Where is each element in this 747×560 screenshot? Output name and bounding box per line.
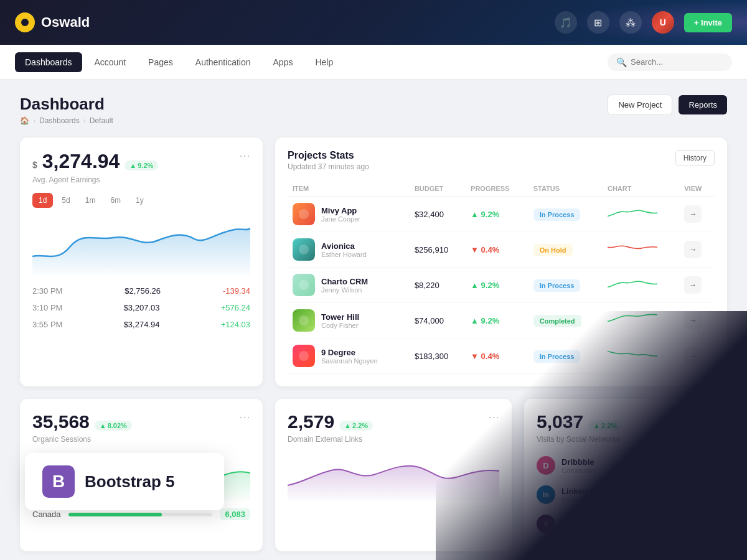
amount-1: $2,756.26 bbox=[125, 286, 161, 296]
share-icon[interactable]: ⁂ bbox=[619, 11, 642, 34]
table-row: Charto CRM Jenny Wilson $8,220 ▲ 9.2% In… bbox=[288, 268, 715, 303]
project-chart bbox=[603, 268, 679, 303]
project-view[interactable]: → bbox=[679, 303, 715, 338]
table-row: 9 Degree Savannah Nguyen $183,300 ▼ 0.4%… bbox=[288, 338, 715, 374]
filter-1m[interactable]: 1m bbox=[79, 193, 102, 208]
nav-dashboards[interactable]: Dashboards bbox=[15, 52, 82, 72]
svg-point-5 bbox=[299, 280, 309, 290]
search-icon: 🔍 bbox=[616, 57, 627, 67]
project-view[interactable]: → bbox=[679, 338, 715, 374]
social-rows: D Dribbble Community 579 ▲ 2.6% in Linke… bbox=[537, 451, 715, 539]
history-button[interactable]: History bbox=[675, 150, 715, 166]
nav-pages[interactable]: Pages bbox=[138, 52, 183, 72]
filter-1y[interactable]: 1y bbox=[129, 193, 150, 208]
project-budget: $32,400 bbox=[410, 197, 466, 232]
project-status: In Process bbox=[529, 268, 603, 303]
social-networks-card: 5,037 ▲ 2.2% Visits by Social Networks ⋯… bbox=[524, 399, 727, 551]
social-icon: D bbox=[537, 456, 555, 475]
earnings-card: $ 3,274.94 ▲ 9.2% Avg. Agent Earnings ⋯ … bbox=[20, 138, 263, 386]
domain-badge: ▲ 2.2% bbox=[339, 421, 373, 431]
social-header: 5,037 ▲ 2.2% Visits by Social Networks ⋯ bbox=[537, 411, 715, 444]
location-bar-wrap bbox=[68, 513, 213, 516]
location-value: 6,083 bbox=[220, 508, 250, 520]
nav-help[interactable]: Help bbox=[305, 52, 343, 72]
project-budget: $183,300 bbox=[410, 338, 466, 374]
project-progress: ▲ 9.2% bbox=[466, 268, 529, 303]
bootstrap-title: Bootstrap 5 bbox=[85, 472, 174, 492]
location-bar bbox=[68, 513, 162, 516]
breadcrumb: 🏠 › Dashboards › Default bbox=[20, 116, 113, 125]
amount-3: $3,274.94 bbox=[124, 320, 160, 329]
avatar[interactable]: U bbox=[652, 11, 674, 34]
project-item-cell: 9 Degree Savannah Nguyen bbox=[288, 338, 410, 374]
nav-apps[interactable]: Apps bbox=[263, 52, 303, 72]
project-progress: ▼ 0.4% bbox=[466, 232, 529, 268]
domain-info: 2,579 ▲ 2.2% Domain External Links bbox=[288, 411, 373, 444]
reports-button[interactable]: Reports bbox=[679, 95, 727, 114]
project-budget: $256,910 bbox=[410, 232, 466, 268]
social-menu[interactable]: ⋯ bbox=[703, 411, 715, 422]
breadcrumb-default: Default bbox=[90, 116, 113, 125]
search-input[interactable] bbox=[631, 57, 724, 67]
top-bar: Oswald 🎵 ⊞ ⁂ U + Invite bbox=[0, 0, 747, 45]
svg-point-3 bbox=[299, 245, 309, 254]
nav-authentication[interactable]: Authentication bbox=[186, 52, 261, 72]
earnings-badge: ▲ 9.2% bbox=[125, 161, 158, 170]
projects-subtitle: Updated 37 minutes ago bbox=[288, 162, 369, 171]
logo-text: Oswald bbox=[41, 14, 90, 30]
projects-table: ITEM BUDGET PROGRESS STATUS CHART VIEW bbox=[288, 181, 715, 374]
col-item: ITEM bbox=[288, 181, 410, 197]
col-status: STATUS bbox=[529, 181, 603, 197]
page-header-left: Dashboard 🏠 › Dashboards › Default bbox=[20, 95, 113, 125]
top-bar-right: 🎵 ⊞ ⁂ U + Invite bbox=[555, 11, 732, 34]
social-value: 5,037 bbox=[537, 411, 583, 432]
project-status: In Process bbox=[529, 338, 603, 374]
table-row: Tower Hill Cody Fisher $74,000 ▲ 9.2% Co… bbox=[288, 303, 715, 338]
filter-1d[interactable]: 1d bbox=[32, 193, 53, 208]
table-row: Mivy App Jane Cooper $32,400 ▲ 9.2% In P… bbox=[288, 197, 715, 232]
amount-2: $3,207.03 bbox=[124, 303, 160, 312]
earnings-amount-row: $ 3,274.94 ▲ 9.2% bbox=[32, 150, 158, 173]
invite-button[interactable]: + Invite bbox=[684, 13, 732, 32]
social-icon: in bbox=[537, 485, 555, 504]
project-item-cell: Avionica Esther Howard bbox=[288, 232, 410, 268]
svg-point-9 bbox=[299, 351, 309, 361]
new-project-button[interactable]: New Project bbox=[608, 95, 672, 115]
project-progress: ▼ 0.4% bbox=[466, 338, 529, 374]
domain-menu[interactable]: ⋯ bbox=[488, 411, 499, 422]
camera-icon[interactable]: 🎵 bbox=[555, 11, 577, 34]
organic-menu[interactable]: ⋯ bbox=[239, 411, 250, 422]
projects-header: Projects Stats Updated 37 minutes ago Hi… bbox=[288, 150, 715, 171]
organic-label: Organic Sessions bbox=[32, 435, 132, 444]
project-chart bbox=[603, 338, 679, 374]
organic-badge: ▲ 8.02% bbox=[95, 421, 132, 431]
project-view[interactable]: → bbox=[679, 232, 715, 268]
projects-card: Projects Stats Updated 37 minutes ago Hi… bbox=[275, 138, 727, 386]
project-chart bbox=[603, 303, 679, 338]
page-actions: New Project Reports bbox=[608, 95, 727, 115]
project-budget: $8,220 bbox=[410, 268, 466, 303]
project-view[interactable]: → bbox=[679, 268, 715, 303]
col-view: VIEW bbox=[679, 181, 715, 197]
domain-label: Domain External Links bbox=[288, 435, 373, 444]
organic-value: 35,568 bbox=[32, 411, 90, 432]
col-progress: PROGRESS bbox=[466, 181, 529, 197]
earnings-menu[interactable]: ⋯ bbox=[239, 150, 250, 161]
top-cards-grid: $ 3,274.94 ▲ 9.2% Avg. Agent Earnings ⋯ … bbox=[20, 138, 727, 386]
page-title: Dashboard bbox=[20, 95, 113, 114]
social-stats: 5,037 ▲ 2.2% Visits by Social Networks bbox=[537, 411, 622, 444]
change-1: -139.34 bbox=[223, 286, 250, 296]
svg-point-1 bbox=[299, 209, 309, 219]
time-3: 3:55 PM bbox=[32, 320, 62, 329]
project-view[interactable]: → bbox=[679, 197, 715, 232]
time-filters: 1d 5d 1m 6m 1y bbox=[32, 193, 250, 208]
filter-5d[interactable]: 5d bbox=[55, 193, 76, 208]
dollar-sign: $ bbox=[32, 160, 37, 170]
earnings-row-3: 3:55 PM $3,274.94 +124.03 bbox=[32, 316, 250, 333]
filter-6m[interactable]: 6m bbox=[104, 193, 127, 208]
monitor-icon[interactable]: ⊞ bbox=[587, 11, 609, 34]
domain-value: 2,579 bbox=[288, 411, 334, 432]
nav-account[interactable]: Account bbox=[85, 52, 136, 72]
project-item-cell: Mivy App Jane Cooper bbox=[288, 197, 410, 232]
earnings-info: $ 3,274.94 ▲ 9.2% Avg. Agent Earnings bbox=[32, 150, 158, 184]
